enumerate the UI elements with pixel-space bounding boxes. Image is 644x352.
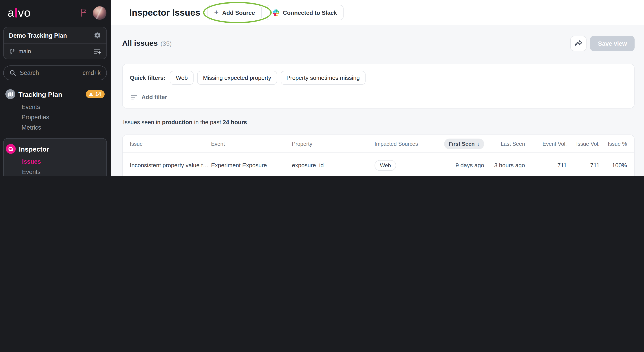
inspector-card: Inspector Issues Events	[3, 138, 107, 176]
branch-icon	[9, 48, 15, 54]
table-row[interactable]: Inconsistent property value t… Experimen…	[122, 153, 634, 176]
sidebar-top: avo	[0, 0, 111, 20]
logo-text-right: vo	[18, 6, 31, 20]
table-header-row: Issue Event Property Impacted Sources Fi…	[122, 135, 634, 153]
avatar[interactable]	[93, 6, 106, 19]
property-cell: exposure_id	[292, 162, 374, 169]
sidebar-item-label: Tracking Plan	[18, 90, 62, 98]
scope-line: Issues seen in production in the past 24…	[122, 119, 634, 126]
search-input[interactable]: Search cmd+k	[3, 65, 107, 80]
quick-filters-label: Quick filters:	[130, 74, 166, 81]
flag-icon[interactable]	[80, 8, 88, 17]
sidebar-nav: Tracking Plan 14 Events Properties Metri…	[0, 87, 111, 176]
save-view-button[interactable]: Save view	[590, 36, 634, 51]
scope-window: 24 hours	[223, 119, 247, 126]
col-first-seen[interactable]: First Seen ↓	[442, 138, 484, 149]
scope-environment: production	[162, 119, 192, 126]
share-arrow-icon	[574, 40, 583, 47]
connected-to-slack-button[interactable]: Connected to Slack	[266, 5, 344, 20]
sidebar: avo Demo Tracking Plan	[0, 0, 111, 176]
issue-vol-cell: 711	[567, 162, 600, 169]
inspector-icon	[6, 144, 16, 154]
workspace-name: Demo Tracking Plan	[9, 32, 67, 39]
add-to-list-icon[interactable]	[94, 48, 101, 55]
col-issue-vol[interactable]: Issue Vol.	[567, 141, 600, 147]
sort-desc-icon: ↓	[477, 141, 480, 147]
event-cell: Experiment Exposure	[211, 162, 292, 169]
sidebar-item-metrics[interactable]: Metrics	[6, 122, 107, 133]
issue-cell: Inconsistent property value t…	[130, 162, 211, 169]
search-shortcut: cmd+k	[83, 69, 100, 76]
first-seen-cell: 9 days ago	[442, 162, 484, 169]
sidebar-item-inspector-events[interactable]: Events	[7, 167, 106, 176]
sidebar-item-inspector[interactable]: Inspector	[4, 140, 106, 157]
sidebar-item-inspector-issues[interactable]: Issues	[7, 157, 106, 167]
add-filter[interactable]: Add filter	[130, 94, 627, 100]
search-placeholder: Search	[20, 69, 39, 76]
page-title: Inspector Issues	[129, 7, 200, 18]
branch-row[interactable]: main	[4, 44, 106, 59]
sidebar-item-events[interactable]: Events	[6, 102, 107, 112]
search-icon	[10, 69, 16, 76]
plus-icon: +	[214, 8, 219, 17]
last-seen-cell: 3 hours ago	[484, 162, 525, 169]
sidebar-item-properties[interactable]: Properties	[6, 112, 107, 122]
filter-icon	[131, 94, 138, 100]
sidebar-item-label: Inspector	[19, 145, 49, 153]
view-heading: All issues	[122, 39, 158, 48]
filter-chip-property-sometimes-missing[interactable]: Property sometimes missing	[280, 71, 366, 85]
add-source-button[interactable]: + Add Source	[208, 5, 262, 20]
slack-icon	[272, 9, 279, 16]
event-vol-cell: 711	[525, 162, 567, 169]
branch-name: main	[18, 48, 31, 55]
col-property[interactable]: Property	[292, 141, 374, 147]
col-last-seen[interactable]: Last Seen	[484, 141, 525, 147]
tracking-plan-icon	[6, 89, 15, 99]
col-impacted-sources[interactable]: Impacted Sources	[374, 141, 442, 147]
content-area: All issues (35) Save view Quick filters:…	[111, 25, 644, 176]
app-window: avo Demo Tracking Plan	[0, 0, 644, 176]
gear-icon[interactable]	[94, 32, 101, 39]
issues-count-badge: 14	[86, 90, 105, 98]
col-issue[interactable]: Issue	[130, 141, 211, 147]
logo-text-left: a	[8, 6, 14, 20]
logo-pink-bar	[15, 8, 17, 17]
source-badge: Web	[374, 160, 396, 171]
col-event[interactable]: Event	[211, 141, 292, 147]
top-bar: Inspector Issues + Add Source	[111, 0, 644, 25]
filter-chip-web[interactable]: Web	[170, 71, 194, 85]
issues-table: Issue Event Property Impacted Sources Fi…	[122, 135, 634, 176]
view-toolbar: All issues (35) Save view	[122, 36, 634, 51]
add-filter-label: Add filter	[142, 94, 167, 100]
workspace-row[interactable]: Demo Tracking Plan	[4, 27, 106, 43]
quick-filters-card: Quick filters: Web Missing expected prop…	[122, 64, 634, 109]
filter-chip-missing-expected-property[interactable]: Missing expected property	[197, 71, 277, 85]
issue-pct-cell: 100%	[600, 162, 627, 169]
share-view-button[interactable]	[570, 36, 587, 51]
col-issue-pct[interactable]: Issue %	[600, 141, 627, 147]
warning-icon	[88, 92, 94, 96]
workspace-card: Demo Tracking Plan main	[3, 27, 107, 59]
main-area: Inspector Issues + Add Source	[111, 0, 644, 176]
sort-pill: First Seen ↓	[444, 138, 484, 149]
sidebar-item-tracking-plan[interactable]: Tracking Plan 14	[3, 87, 107, 102]
issue-count: (35)	[160, 40, 172, 47]
avo-logo[interactable]: avo	[8, 6, 31, 20]
col-event-vol[interactable]: Event Vol.	[525, 141, 567, 147]
